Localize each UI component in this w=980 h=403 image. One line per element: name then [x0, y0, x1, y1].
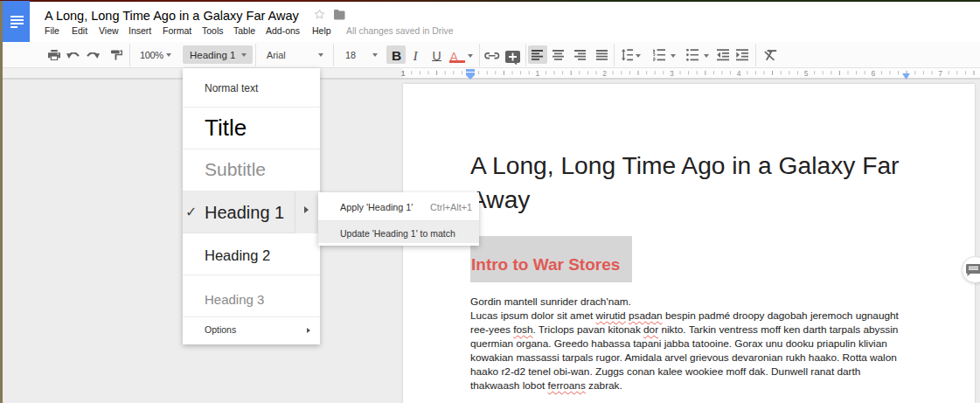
- svg-text:1: 1: [535, 69, 539, 78]
- svg-text:6: 6: [871, 69, 875, 78]
- svg-text:1: 1: [401, 69, 406, 78]
- svg-text:2: 2: [602, 69, 607, 78]
- svg-text:4: 4: [737, 69, 741, 78]
- svg-text:5: 5: [804, 69, 809, 78]
- svg-text:7: 7: [938, 69, 942, 78]
- svg-text:3: 3: [670, 69, 674, 78]
